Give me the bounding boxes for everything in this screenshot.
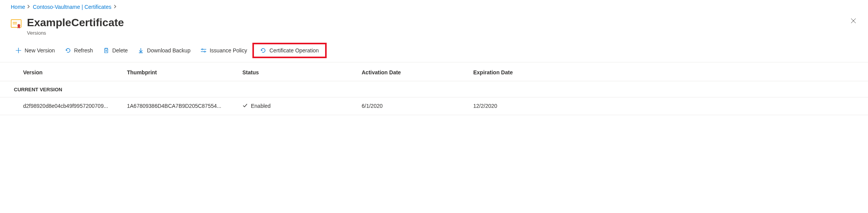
toolbar-label: Delete xyxy=(112,47,128,54)
table-header: Version Thumbprint Status Activation Dat… xyxy=(0,62,868,81)
refresh-icon xyxy=(65,47,71,54)
page-subtitle: Versions xyxy=(27,30,860,36)
column-status[interactable]: Status xyxy=(242,69,362,75)
toolbar-label: New Version xyxy=(25,47,55,54)
breadcrumb-home[interactable]: Home xyxy=(11,4,25,10)
status-text: Enabled xyxy=(251,103,270,109)
refresh-button[interactable]: Refresh xyxy=(60,45,98,56)
cell-status: Enabled xyxy=(242,103,362,109)
check-icon xyxy=(242,103,248,109)
new-version-button[interactable]: New Version xyxy=(11,45,60,56)
toolbar-label: Issuance Policy xyxy=(210,47,247,54)
close-button[interactable] xyxy=(849,16,858,25)
settings-icon xyxy=(200,47,207,54)
page-title: ExampleCertificate xyxy=(27,16,860,29)
cell-version: d2f98920d8e04cb49f9957200709... xyxy=(23,103,127,109)
page-header: ExampleCertificate Versions xyxy=(0,13,868,40)
toolbar: New Version Refresh Delete Download Back… xyxy=(0,40,868,62)
svg-point-4 xyxy=(202,49,203,50)
breadcrumb-vault[interactable]: Contoso-Vaultname | Certificates xyxy=(33,4,111,10)
cell-expiration-date: 12/2/2020 xyxy=(473,103,860,109)
toolbar-label: Refresh xyxy=(74,47,93,54)
breadcrumb: Home Contoso-Vaultname | Certificates xyxy=(0,0,868,13)
refresh-icon xyxy=(260,47,266,54)
toolbar-label: Download Backup xyxy=(147,47,190,54)
certificate-operation-button[interactable]: Certificate Operation xyxy=(255,45,323,56)
table-row[interactable]: d2f98920d8e04cb49f9957200709... 1A678093… xyxy=(0,97,868,115)
cell-activation-date: 6/1/2020 xyxy=(362,103,473,109)
chevron-right-icon xyxy=(114,4,117,10)
cell-thumbprint: 1A67809386D4BCA7B9D205C87554... xyxy=(127,103,242,109)
chevron-right-icon xyxy=(27,4,30,10)
download-icon xyxy=(138,47,144,54)
column-activation-date[interactable]: Activation Date xyxy=(362,69,473,75)
svg-point-7 xyxy=(204,51,205,52)
delete-button[interactable]: Delete xyxy=(98,45,132,56)
section-current-version: CURRENT VERSION xyxy=(0,81,868,97)
plus-icon xyxy=(15,47,22,54)
issuance-policy-button[interactable]: Issuance Policy xyxy=(196,45,252,56)
column-expiration-date[interactable]: Expiration Date xyxy=(473,69,860,75)
certificate-icon xyxy=(11,18,22,30)
highlight-box: Certificate Operation xyxy=(252,43,326,58)
column-thumbprint[interactable]: Thumbprint xyxy=(127,69,242,75)
trash-icon xyxy=(103,47,109,54)
column-version[interactable]: Version xyxy=(23,69,127,75)
download-backup-button[interactable]: Download Backup xyxy=(133,45,195,56)
toolbar-label: Certificate Operation xyxy=(269,47,319,54)
